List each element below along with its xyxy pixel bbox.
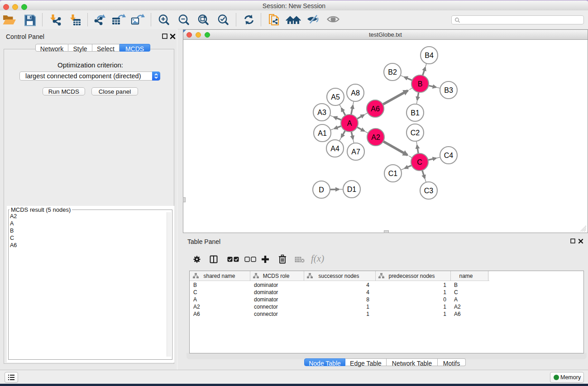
- svg-text:B: B: [418, 80, 423, 88]
- svg-text:C3: C3: [424, 187, 434, 195]
- svg-text:B1: B1: [411, 109, 420, 117]
- svg-text:D1: D1: [347, 186, 357, 193]
- svg-text:A7: A7: [351, 148, 360, 156]
- svg-text:A6: A6: [371, 105, 380, 113]
- svg-text:A3: A3: [317, 109, 326, 116]
- svg-text:B4: B4: [425, 52, 434, 59]
- svg-text:C4: C4: [444, 152, 454, 159]
- svg-text:C: C: [417, 158, 422, 166]
- svg-text:A4: A4: [330, 145, 339, 152]
- svg-text:B3: B3: [444, 86, 453, 94]
- svg-text:A1: A1: [318, 129, 327, 137]
- svg-text:A8: A8: [351, 89, 360, 97]
- svg-text:B2: B2: [388, 68, 397, 76]
- svg-text:D: D: [319, 186, 324, 194]
- svg-text:A5: A5: [331, 93, 340, 101]
- svg-text:C1: C1: [388, 170, 398, 177]
- svg-text:A: A: [347, 119, 352, 127]
- svg-text:A2: A2: [371, 133, 380, 141]
- svg-text:C2: C2: [411, 129, 420, 137]
